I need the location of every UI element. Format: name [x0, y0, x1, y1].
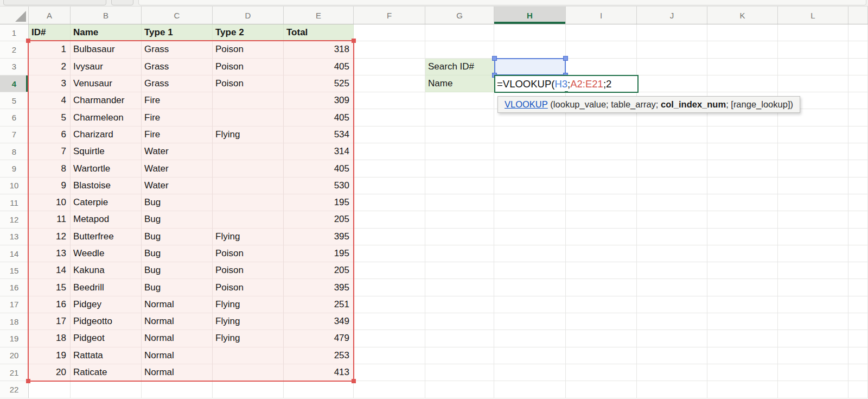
row-header-18[interactable]: 18: [0, 313, 29, 330]
cell-K9[interactable]: [707, 160, 778, 177]
cell-A10[interactable]: 9: [29, 178, 71, 194]
cell-A3[interactable]: 2: [29, 59, 71, 75]
cell-E22[interactable]: [284, 381, 354, 398]
row-header-17[interactable]: 17: [0, 296, 29, 313]
cell-L15[interactable]: [778, 262, 848, 279]
cell-I20[interactable]: [566, 347, 637, 364]
cell-K21[interactable]: [707, 364, 778, 381]
cell-M6[interactable]: [848, 109, 868, 126]
cell-B19[interactable]: Pidgeot: [71, 330, 142, 347]
column-header-B[interactable]: B: [71, 7, 142, 24]
cell-D15[interactable]: Poison: [213, 262, 284, 279]
cell-K12[interactable]: [707, 211, 778, 228]
cell-L13[interactable]: [778, 229, 848, 245]
cell-H22[interactable]: [494, 381, 566, 398]
column-header-F[interactable]: F: [354, 7, 425, 24]
cell-A8[interactable]: 7: [29, 143, 71, 160]
cell-M11[interactable]: [848, 194, 868, 211]
cell-G6[interactable]: [425, 109, 494, 126]
cell-F2[interactable]: [354, 41, 425, 58]
cell-D19[interactable]: Flying: [213, 330, 284, 347]
cell-J7[interactable]: [637, 126, 707, 143]
cell-C1[interactable]: Type 1: [142, 24, 213, 41]
row-header-9[interactable]: 9: [0, 160, 29, 177]
cell-I17[interactable]: [566, 296, 637, 313]
cell-G4[interactable]: Name: [425, 75, 494, 92]
cell-M19[interactable]: [848, 330, 868, 347]
cell-L21[interactable]: [778, 364, 848, 381]
cell-E20[interactable]: 253: [284, 347, 354, 364]
cell-M20[interactable]: [848, 347, 868, 364]
cell-B9[interactable]: Wartortle: [71, 160, 142, 177]
row-header-22[interactable]: 22: [0, 381, 29, 398]
cell-B4[interactable]: Venusaur: [71, 75, 142, 92]
cell-H1[interactable]: [494, 24, 566, 41]
cell-L19[interactable]: [778, 330, 848, 347]
cell-I11[interactable]: [566, 194, 637, 211]
cell-M21[interactable]: [848, 364, 868, 381]
cell-G11[interactable]: [425, 194, 494, 211]
cell-B7[interactable]: Charizard: [71, 126, 142, 143]
cell-C8[interactable]: Water: [142, 143, 213, 160]
cell-B10[interactable]: Blastoise: [71, 178, 142, 194]
cell-B12[interactable]: Metapod: [71, 211, 142, 228]
column-header-G[interactable]: G: [425, 7, 494, 24]
cell-M9[interactable]: [848, 160, 868, 177]
cell-E8[interactable]: 314: [284, 143, 354, 160]
column-header-C[interactable]: C: [142, 7, 213, 24]
cell-M13[interactable]: [848, 229, 868, 245]
cell-B22[interactable]: [71, 381, 142, 398]
cell-E5[interactable]: 309: [284, 92, 354, 109]
cell-D6[interactable]: [213, 109, 284, 126]
cell-K3[interactable]: [707, 59, 778, 75]
cell-C13[interactable]: Bug: [142, 229, 213, 245]
cell-E2[interactable]: 318: [284, 41, 354, 58]
cell-I16[interactable]: [566, 279, 637, 296]
cell-I8[interactable]: [566, 143, 637, 160]
cell-K1[interactable]: [707, 24, 778, 41]
cell-M18[interactable]: [848, 313, 868, 330]
cell-K4[interactable]: [707, 75, 778, 92]
cell-M10[interactable]: [848, 178, 868, 194]
fill-handle[interactable]: [564, 91, 569, 93]
cell-J3[interactable]: [637, 59, 707, 75]
cell-G3[interactable]: Search ID#: [425, 59, 494, 75]
cell-D22[interactable]: [213, 381, 284, 398]
cell-E16[interactable]: 395: [284, 279, 354, 296]
cell-M15[interactable]: [848, 262, 868, 279]
cell-E21[interactable]: 413: [284, 364, 354, 381]
cell-D8[interactable]: [213, 143, 284, 160]
cell-D2[interactable]: Poison: [213, 41, 284, 58]
cell-K10[interactable]: [707, 178, 778, 194]
cell-K13[interactable]: [707, 229, 778, 245]
cell-A16[interactable]: 15: [29, 279, 71, 296]
cell-I12[interactable]: [566, 211, 637, 228]
cell-C2[interactable]: Grass: [142, 41, 213, 58]
cell-E4[interactable]: 525: [284, 75, 354, 92]
formula-edit-cell[interactable]: =VLOOKUP(H3;A2:E21;2: [494, 75, 639, 93]
cell-B2[interactable]: Bulbasaur: [71, 41, 142, 58]
cell-G21[interactable]: [425, 364, 494, 381]
cell-J18[interactable]: [637, 313, 707, 330]
cell-H11[interactable]: [494, 194, 566, 211]
cell-A14[interactable]: 13: [29, 245, 71, 262]
cell-M1[interactable]: [848, 24, 868, 41]
cell-E10[interactable]: 530: [284, 178, 354, 194]
cell-K18[interactable]: [707, 313, 778, 330]
cell-A6[interactable]: 5: [29, 109, 71, 126]
cell-E7[interactable]: 534: [284, 126, 354, 143]
cell-K15[interactable]: [707, 262, 778, 279]
cell-A12[interactable]: 11: [29, 211, 71, 228]
cell-H19[interactable]: [494, 330, 566, 347]
cell-C12[interactable]: Bug: [142, 211, 213, 228]
cell-L9[interactable]: [778, 160, 848, 177]
cell-G8[interactable]: [425, 143, 494, 160]
cell-J2[interactable]: [637, 41, 707, 58]
cell-M3[interactable]: [848, 59, 868, 75]
cell-D3[interactable]: Poison: [213, 59, 284, 75]
cell-F5[interactable]: [354, 92, 425, 109]
cell-F17[interactable]: [354, 296, 425, 313]
cell-B1[interactable]: Name: [71, 24, 142, 41]
cell-A4[interactable]: 3: [29, 75, 71, 92]
cell-C11[interactable]: Bug: [142, 194, 213, 211]
